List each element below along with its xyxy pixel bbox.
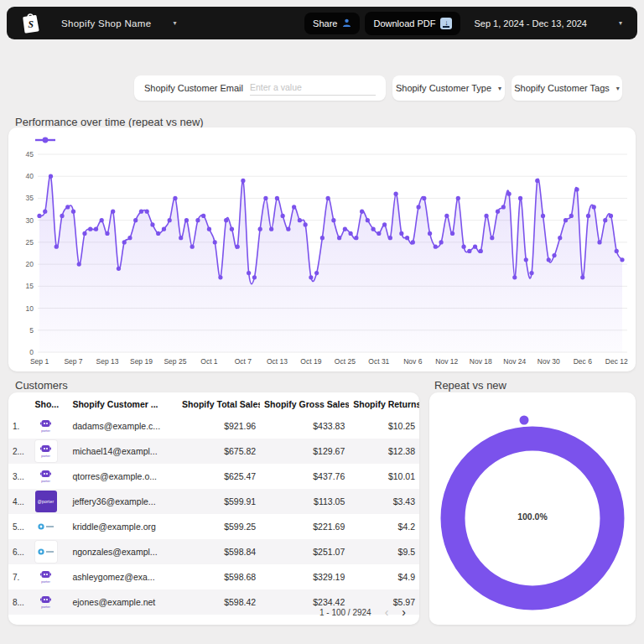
blue-logo-icon bbox=[38, 523, 54, 530]
shopify-logo-icon: S bbox=[20, 12, 41, 34]
customer-email-input[interactable] bbox=[250, 80, 376, 96]
svg-text:35: 35 bbox=[26, 194, 34, 202]
table-row: 4... @porter jeffery36@example... $599.9… bbox=[8, 489, 419, 514]
returns-cell: $4.2 bbox=[349, 514, 419, 539]
customer-email-cell: ashleygomez@exa... bbox=[68, 564, 178, 589]
customer-email-cell: kriddle@example.org bbox=[68, 514, 178, 539]
chevron-down-icon: ▾ bbox=[498, 85, 501, 92]
performance-chart-card: 051015202530354045Sep 1Sep 7Sep 13Sep 19… bbox=[8, 127, 636, 371]
share-button-label: Share bbox=[313, 18, 337, 29]
shop-cell: porter bbox=[31, 589, 69, 615]
row-number: 5... bbox=[8, 514, 31, 539]
svg-text:S: S bbox=[29, 19, 34, 30]
table-row: 6... ngonzales@exampl... $598.84 $251.07… bbox=[8, 539, 419, 564]
customer-tags-filter-label: Shopify Customer Tags bbox=[514, 83, 610, 93]
pagination: 1 - 100 / 2924 ‹ › bbox=[319, 605, 406, 619]
shop-name[interactable]: Shopify Shop Name bbox=[61, 18, 151, 29]
share-button[interactable]: Share bbox=[304, 13, 360, 34]
shop-cell bbox=[31, 514, 69, 539]
svg-text:Sep 25: Sep 25 bbox=[164, 357, 186, 366]
customers-table: Sho... Shopify Customer ... Shopify Tota… bbox=[8, 392, 419, 615]
gross-sales-cell: $329.19 bbox=[260, 564, 349, 589]
performance-chart-title: Performance over time (repeat vs new) bbox=[15, 116, 204, 128]
gross-sales-cell: $129.67 bbox=[260, 439, 349, 464]
repeat-vs-new-donut bbox=[429, 392, 636, 619]
top-bar: S Shopify Shop Name ▾ Share Download PDF… bbox=[7, 7, 637, 39]
previous-page-icon[interactable]: ‹ bbox=[385, 605, 389, 619]
shop-cell: @porter bbox=[31, 489, 69, 514]
svg-text:40: 40 bbox=[26, 172, 34, 180]
total-sales-cell: $598.42 bbox=[178, 589, 260, 615]
returns-cell: $10.25 bbox=[349, 413, 419, 439]
gross-sales-cell: $437.76 bbox=[260, 464, 349, 489]
next-page-icon[interactable]: › bbox=[402, 605, 406, 619]
svg-text:20: 20 bbox=[26, 260, 34, 268]
svg-text:Nov 12: Nov 12 bbox=[435, 357, 458, 366]
table-header-row: Sho... Shopify Customer ... Shopify Tota… bbox=[8, 392, 419, 413]
download-icon: ↓ bbox=[440, 18, 452, 29]
table-row: 2... porter michael14@exampl... $675.82 … bbox=[8, 439, 419, 464]
row-number: 8... bbox=[8, 589, 31, 615]
customer-type-filter[interactable]: Shopify Customer Type ▾ bbox=[392, 75, 505, 101]
download-pdf-button[interactable]: Download PDF ↓ bbox=[365, 12, 460, 35]
chevron-down-icon[interactable]: ▾ bbox=[619, 19, 622, 27]
svg-text:Sep 13: Sep 13 bbox=[96, 357, 118, 366]
svg-text:10: 10 bbox=[26, 304, 34, 313]
table-row: 5... kriddle@example.org $599.25 $221.69… bbox=[8, 514, 419, 539]
porter-logo-icon: porter bbox=[40, 470, 51, 483]
svg-text:Oct 31: Oct 31 bbox=[368, 357, 389, 366]
total-sales-cell: $599.91 bbox=[178, 489, 260, 514]
row-number: 2... bbox=[8, 439, 31, 464]
svg-text:Oct 7: Oct 7 bbox=[235, 357, 252, 366]
gross-sales-cell: $433.83 bbox=[260, 413, 349, 439]
customer-email-cell: ngonzales@exampl... bbox=[68, 539, 178, 564]
donut-title: Repeat vs new bbox=[434, 379, 506, 392]
svg-text:Nov 18: Nov 18 bbox=[470, 357, 492, 366]
customer-type-filter-label: Shopify Customer Type bbox=[396, 83, 491, 93]
returns-cell: $4.9 bbox=[349, 564, 419, 589]
svg-text:Sep 7: Sep 7 bbox=[64, 357, 82, 366]
svg-text:Sep 19: Sep 19 bbox=[130, 357, 153, 366]
total-sales-cell: $921.96 bbox=[178, 413, 260, 439]
row-number: 1. bbox=[8, 413, 31, 439]
customer-email-cell: ejones@example.net bbox=[68, 589, 178, 615]
col-index bbox=[8, 392, 31, 413]
blue-logo-icon bbox=[38, 548, 54, 555]
shop-cell bbox=[31, 539, 69, 564]
gross-sales-cell: $113.05 bbox=[260, 489, 349, 514]
person-icon bbox=[342, 18, 351, 28]
download-pdf-label: Download PDF bbox=[373, 18, 435, 29]
svg-text:45: 45 bbox=[26, 150, 34, 158]
table-row: 7. porter ashleygomez@exa... $598.68 $32… bbox=[8, 564, 419, 589]
returns-cell: $12.38 bbox=[349, 439, 419, 464]
row-number: 4... bbox=[8, 489, 31, 514]
svg-text:Oct 19: Oct 19 bbox=[300, 357, 321, 366]
customers-title: Customers bbox=[15, 379, 68, 392]
date-range[interactable]: Sep 1, 2024 - Dec 13, 2024 bbox=[474, 18, 587, 29]
row-number: 6... bbox=[8, 539, 31, 564]
col-gross-sales[interactable]: Shopify Gross Sales bbox=[260, 392, 349, 413]
shop-cell: porter bbox=[31, 464, 69, 489]
chevron-down-icon[interactable]: ▾ bbox=[173, 19, 176, 27]
col-returns[interactable]: Shopify Returns bbox=[349, 392, 419, 413]
porter-wordmark-icon: @porter bbox=[38, 499, 55, 504]
repeat-vs-new-card: 100.0% bbox=[429, 392, 636, 625]
col-customer-email: Shopify Customer ... bbox=[68, 392, 178, 413]
col-total-sales[interactable]: Shopify Total Sales ▾ bbox=[178, 392, 260, 413]
svg-text:Oct 1: Oct 1 bbox=[200, 357, 218, 366]
customers-table-card: Sho... Shopify Customer ... Shopify Tota… bbox=[8, 392, 419, 625]
gross-sales-cell: $251.07 bbox=[260, 539, 349, 564]
porter-logo-icon: porter bbox=[40, 444, 51, 458]
customer-tags-filter[interactable]: Shopify Customer Tags ▾ bbox=[512, 75, 622, 101]
customer-email-cell: michael14@exampl... bbox=[68, 439, 178, 464]
donut-center-label: 100.0% bbox=[429, 512, 636, 522]
svg-text:Dec 12: Dec 12 bbox=[605, 357, 628, 366]
donut-series-dot-icon bbox=[520, 416, 529, 425]
svg-text:5: 5 bbox=[29, 326, 34, 335]
porter-logo-icon: porter bbox=[40, 595, 51, 609]
returns-cell: $10.01 bbox=[349, 464, 419, 489]
svg-text:Nov 24: Nov 24 bbox=[503, 357, 526, 366]
shop-cell: porter bbox=[31, 413, 69, 439]
row-number: 7. bbox=[8, 564, 31, 589]
svg-text:0: 0 bbox=[29, 348, 34, 356]
